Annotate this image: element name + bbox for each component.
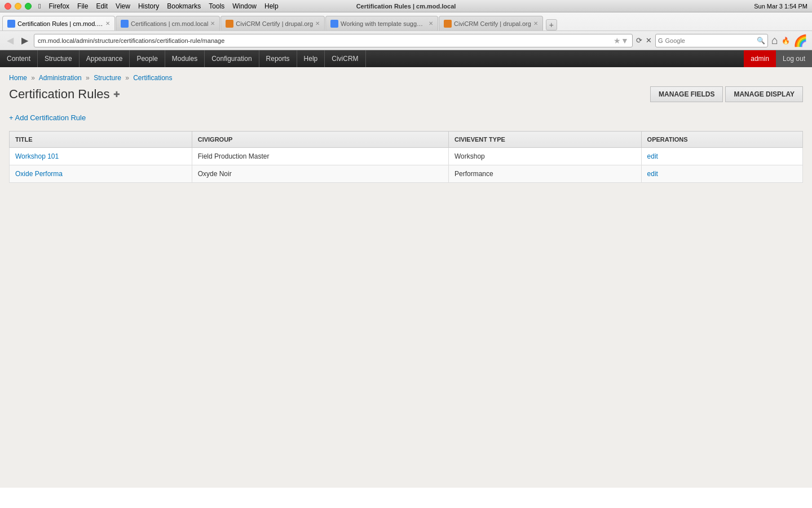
tab-label-2: CiviCRM Certify | drupal.org — [236, 20, 313, 27]
manage-display-button[interactable]: MANAGE DISPLAY — [725, 86, 803, 102]
title-link-1[interactable]: Oxide Performa — [15, 170, 63, 178]
nav-civicrm[interactable]: CiviCRM — [325, 50, 365, 67]
menu-bookmarks[interactable]: Bookmarks — [167, 2, 201, 10]
search-submit-icon[interactable]: 🔍 — [757, 37, 765, 45]
url-text: cm.mod.local/admin/structure/certificati… — [38, 37, 614, 44]
tab-close-3[interactable]: ✕ — [429, 20, 433, 27]
tab-favicon-1 — [121, 20, 129, 28]
stop-button[interactable]: ✕ — [646, 36, 652, 45]
menu-view[interactable]: View — [116, 2, 130, 10]
addon-icon[interactable]: 🌈 — [793, 34, 807, 47]
add-certification-rule-link[interactable]: + Add Certification Rule — [9, 113, 86, 122]
maximize-btn[interactable] — [25, 3, 32, 10]
search-bar[interactable]: G 🔍 — [655, 34, 768, 47]
breadcrumb-sep-2: » — [86, 74, 90, 82]
cell-civigroup-0: Field Production Master — [192, 148, 448, 165]
edit-link-1[interactable]: edit — [647, 170, 658, 178]
cell-operations-1: edit — [641, 165, 802, 183]
nav-bar: ◀ ▶ cm.mod.local/admin/structure/certifi… — [0, 30, 812, 50]
mac-window-controls[interactable] — [5, 3, 32, 10]
menu-history[interactable]: History — [138, 2, 159, 10]
tab-favicon-3 — [330, 20, 338, 28]
cell-civievent-1: Performance — [448, 165, 641, 183]
menu-tools[interactable]: Tools — [209, 2, 224, 10]
menu-help[interactable]: Help — [264, 2, 279, 10]
breadcrumb-structure[interactable]: Structure — [94, 74, 121, 82]
nav-structure[interactable]: Structure — [38, 50, 80, 67]
breadcrumb: Home » Administration » Structure » Cert… — [9, 74, 803, 82]
col-civievent-type: CIVIEVENT TYPE — [448, 132, 641, 148]
nav-people[interactable]: People — [130, 50, 165, 67]
nav-configuration[interactable]: Configuration — [205, 50, 259, 67]
cell-operations-0: edit — [641, 148, 802, 165]
tab-favicon-2 — [226, 20, 233, 28]
menu-window[interactable]: Window — [232, 2, 257, 10]
mac-status-area: Sun Mar 3 1:54 PM — [754, 3, 807, 10]
tab-label-1: Certifications | cm.mod.local — [131, 20, 208, 27]
logout-button[interactable]: Log out — [776, 50, 812, 67]
window-title: Certification Rules | cm.mod.local — [356, 3, 456, 10]
cell-title-0: Workshop 101 — [10, 148, 192, 165]
tab-4[interactable]: CiviCRM Certify | drupal.org ✕ — [439, 16, 543, 30]
firebug-button[interactable]: 🔥 — [782, 37, 790, 45]
header-buttons: MANAGE FIELDS MANAGE DISPLAY — [650, 86, 803, 102]
table-head: TITLE CIVIGROUP CIVIEVENT TYPE OPERATION… — [10, 132, 803, 148]
tab-0[interactable]: Certification Rules | cm.mod.local ✕ — [2, 16, 115, 30]
tab-close-0[interactable]: ✕ — [105, 20, 110, 27]
add-shortcut-icon[interactable]: ✚ — [113, 90, 120, 99]
col-operations: OPERATIONS — [641, 132, 802, 148]
breadcrumb-administration[interactable]: Administration — [39, 74, 82, 82]
breadcrumb-certifications[interactable]: Certifications — [133, 74, 172, 82]
nav-content[interactable]: Content — [0, 50, 38, 67]
page-header: Certification Rules ✚ MANAGE FIELDS MANA… — [9, 86, 803, 102]
minimize-btn[interactable] — [15, 3, 21, 10]
nav-modules[interactable]: Modules — [165, 50, 205, 67]
admin-button[interactable]: admin — [744, 50, 776, 67]
tab-label-4: CiviCRM Certify | drupal.org — [454, 20, 531, 27]
home-button[interactable]: ⌂ — [771, 34, 778, 47]
tab-favicon-0 — [7, 20, 15, 28]
cell-civievent-0: Workshop — [448, 148, 641, 165]
google-icon: G — [658, 37, 663, 44]
table-body: Workshop 101 Field Production Master Wor… — [10, 148, 803, 183]
col-title: TITLE — [10, 132, 192, 148]
forward-button[interactable]: ▶ — [19, 34, 30, 47]
tab-label-0: Certification Rules | cm.mod.local — [17, 20, 103, 27]
mac-datetime: Sun Mar 3 1:54 PM — [754, 3, 807, 10]
tab-1[interactable]: Certifications | cm.mod.local ✕ — [116, 16, 220, 30]
url-bar[interactable]: cm.mod.local/admin/structure/certificati… — [34, 34, 633, 47]
close-btn[interactable] — [5, 3, 11, 10]
cell-civigroup-1: Oxyde Noir — [192, 165, 448, 183]
menu-file[interactable]: File — [77, 2, 88, 10]
bookmark-star-icon[interactable]: ★ — [614, 36, 621, 45]
tab-2[interactable]: CiviCRM Certify | drupal.org ✕ — [220, 16, 325, 30]
new-tab-button[interactable]: + — [546, 19, 557, 30]
title-link-0[interactable]: Workshop 101 — [15, 152, 59, 160]
nav-appearance[interactable]: Appearance — [80, 50, 130, 67]
nav-reports[interactable]: Reports — [259, 50, 297, 67]
manage-fields-button[interactable]: MANAGE FIELDS — [650, 86, 723, 102]
bookmark-down-icon[interactable]: ▼ — [621, 36, 629, 45]
menu-firefox[interactable]: Firefox — [48, 2, 69, 10]
mac-menu:  Firefox File Edit View History Bookmar… — [32, 2, 279, 10]
table-header-row: TITLE CIVIGROUP CIVIEVENT TYPE OPERATION… — [10, 132, 803, 148]
nav-help[interactable]: Help — [297, 50, 325, 67]
mac-titlebar:  Firefox File Edit View History Bookmar… — [0, 0, 812, 12]
tab-close-1[interactable]: ✕ — [210, 20, 215, 27]
table-row: Workshop 101 Field Production Master Wor… — [10, 148, 803, 165]
breadcrumb-sep-3: » — [125, 74, 129, 82]
tab-3[interactable]: Working with template suggesti... ✕ — [325, 16, 438, 30]
tab-label-3: Working with template suggesti... — [341, 20, 426, 27]
tab-close-4[interactable]: ✕ — [533, 20, 538, 27]
page-title: Certification Rules ✚ — [9, 87, 120, 102]
breadcrumb-home[interactable]: Home — [9, 74, 27, 82]
page-content: Home » Administration » Structure » Cert… — [0, 67, 812, 488]
edit-link-0[interactable]: edit — [647, 152, 658, 160]
tab-close-2[interactable]: ✕ — [315, 20, 320, 27]
back-button[interactable]: ◀ — [5, 34, 16, 47]
search-input[interactable] — [665, 37, 756, 44]
reload-button[interactable]: ⟳ — [636, 36, 642, 45]
table-row: Oxide Performa Oxyde Noir Performance ed… — [10, 165, 803, 183]
drupal-toolbar: Content Structure Appearance People Modu… — [0, 50, 812, 67]
menu-edit[interactable]: Edit — [96, 2, 108, 10]
